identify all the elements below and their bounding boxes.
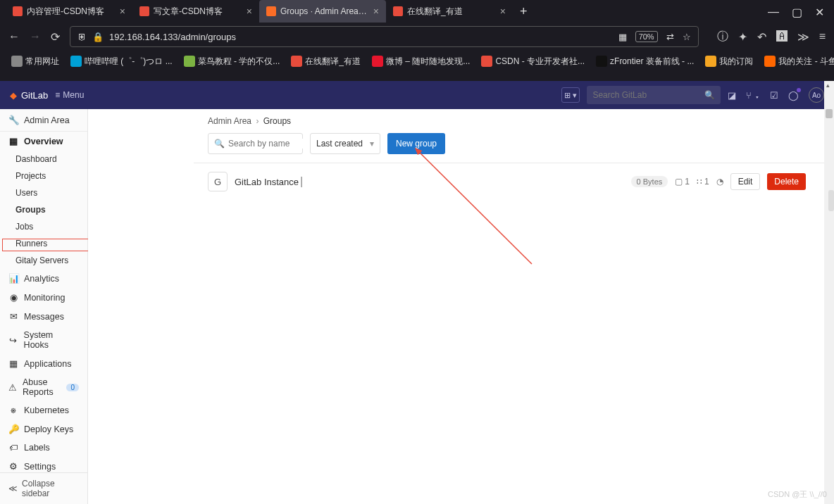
- bookmark-label: CSDN - 专业开发者社...: [495, 56, 585, 68]
- translate-icon[interactable]: ⇄: [666, 32, 674, 42]
- window-controls: — ▢ ✕: [758, 0, 834, 25]
- url-box[interactable]: ⛨ 🔒 192.168.164.133/admin/groups ▦ 70% ⇄…: [70, 26, 699, 47]
- issues-icon[interactable]: ◪: [728, 90, 736, 101]
- minimize-button[interactable]: —: [768, 6, 779, 19]
- maximize-button[interactable]: ▢: [792, 6, 802, 19]
- group-avatar: G: [208, 172, 228, 191]
- item-icon: ↪: [8, 335, 18, 346]
- sidebar-sub-groups[interactable]: Groups: [0, 201, 87, 218]
- sidebar-header[interactable]: 🔧 Admin Area: [0, 109, 87, 132]
- tab-title: Groups · Admin Area · GitLab: [280, 6, 369, 16]
- collapse-sidebar[interactable]: ≪ Collapse sidebar: [0, 472, 87, 504]
- sidebar-item-deploy-keys[interactable]: 🔑Deploy Keys: [0, 420, 87, 439]
- forward-button[interactable]: →: [30, 30, 41, 43]
- header-search[interactable]: 🔍: [587, 86, 721, 104]
- info-icon[interactable]: ⓘ: [717, 30, 728, 44]
- back-button[interactable]: ←: [8, 30, 20, 43]
- new-group-button[interactable]: New group: [387, 133, 445, 154]
- avatar[interactable]: Ao: [809, 87, 824, 103]
- browser-tab[interactable]: 写文章-CSDN博客×: [132, 0, 259, 23]
- sidebar-item-system-hooks[interactable]: ↪System Hooks: [0, 326, 87, 354]
- item-label: Applications: [24, 359, 71, 369]
- sidebar-item-applications[interactable]: ▦Applications: [0, 354, 87, 373]
- sidebar-item-kubernetes[interactable]: ⎈Kubernetes: [0, 401, 87, 420]
- bookmark-icon: [184, 56, 195, 67]
- qr-icon[interactable]: ▦: [618, 32, 627, 42]
- delete-button[interactable]: Delete: [767, 173, 806, 190]
- bookmark-item[interactable]: zFrontier 装备前线 - ...: [593, 54, 697, 69]
- sidebar-sub-jobs[interactable]: Jobs: [0, 218, 87, 235]
- tab-title: 内容管理-CSDN博客: [27, 6, 104, 18]
- scroll-up-icon[interactable]: ▴: [826, 82, 830, 89]
- menu-label: Menu: [63, 90, 84, 100]
- search-box[interactable]: 🔍: [208, 133, 303, 154]
- sidebar-item-monitoring[interactable]: ◉Monitoring: [0, 288, 87, 307]
- bookmark-item[interactable]: 我的订阅: [702, 54, 756, 69]
- item-icon: 🔑: [8, 424, 18, 434]
- bookmark-item[interactable]: 菜鸟教程 - 学的不仅...: [181, 54, 283, 69]
- bookmark-item[interactable]: 哔哩哔哩 (゜-゜)つロ ...: [68, 54, 175, 69]
- tab-bar: 内容管理-CSDN博客×写文章-CSDN博客×Groups · Admin Ar…: [0, 0, 834, 23]
- overflow-icon[interactable]: ≫: [797, 30, 809, 44]
- toolbar-icons: ⓘ ✦ ↶ 🅰 ≫ ≡: [717, 30, 826, 44]
- gitlab-header: ◆ GitLab ≡ Menu ⊞ ▾ 🔍 ◪ ⑂ ▾ ☑ ◯ Ao: [0, 81, 834, 109]
- search-icon: 🔍: [214, 139, 225, 149]
- hamburger-icon[interactable]: ≡: [819, 30, 826, 43]
- scroll-thumb[interactable]: [826, 109, 833, 118]
- sidebar-sub-runners[interactable]: Runners: [0, 235, 87, 252]
- merge-icon[interactable]: ⑂ ▾: [746, 90, 760, 101]
- item-label: Settings: [24, 462, 56, 472]
- bookmark-item[interactable]: 我的关注 - 斗鱼: [761, 54, 834, 69]
- members-stat: ∷1: [697, 177, 709, 187]
- item-label: Messages: [24, 312, 64, 322]
- sidebar-item-analytics[interactable]: 📊Analytics: [0, 269, 87, 288]
- edit-button[interactable]: Edit: [730, 173, 761, 190]
- close-icon[interactable]: ×: [500, 6, 506, 17]
- help-icon[interactable]: ◯: [788, 90, 799, 101]
- bookmark-item[interactable]: CSDN - 专业开发者社...: [478, 54, 587, 69]
- gitlab-logo[interactable]: ◆ GitLab: [10, 90, 48, 101]
- tab-favicon: [266, 6, 276, 16]
- bookmark-item[interactable]: 常用网址: [8, 54, 62, 69]
- item-label: Labels: [24, 443, 50, 453]
- sidebar-item-messages[interactable]: ✉Messages: [0, 307, 87, 326]
- sidebar-sub-dashboard[interactable]: Dashboard: [0, 151, 87, 168]
- bookmark-item[interactable]: 在线翻译_有道: [288, 54, 363, 69]
- sidebar-item-abuse-reports[interactable]: ⚠Abuse Reports0: [0, 373, 87, 401]
- close-icon[interactable]: ×: [247, 6, 252, 17]
- new-tab-button[interactable]: +: [513, 4, 535, 19]
- undo-icon[interactable]: ↶: [757, 30, 766, 44]
- bookmark-item[interactable]: 微博 – 随时随地发现...: [369, 54, 473, 69]
- bookmark-label: 在线翻译_有道: [305, 56, 361, 68]
- browser-tab[interactable]: Groups · Admin Area · GitLab×: [259, 0, 386, 23]
- close-icon[interactable]: ×: [120, 6, 125, 17]
- sidebar-sub-gitaly-servers[interactable]: Gitaly Servers: [0, 252, 87, 269]
- collapse-label: Collapse sidebar: [22, 479, 79, 498]
- browser-tab[interactable]: 在线翻译_有道×: [386, 0, 513, 23]
- translate-ext-icon[interactable]: 🅰: [776, 30, 788, 43]
- header-search-input[interactable]: [592, 90, 700, 100]
- sidebar-sub-projects[interactable]: Projects: [0, 168, 87, 184]
- sort-dropdown[interactable]: Last created ▾: [310, 133, 380, 154]
- breadcrumb-root[interactable]: Admin Area: [208, 116, 251, 126]
- extension-icon[interactable]: ✦: [738, 30, 747, 44]
- side-handle[interactable]: [828, 190, 834, 211]
- scrollbar[interactable]: ▴: [824, 81, 834, 504]
- reload-button[interactable]: ⟳: [51, 30, 60, 44]
- zoom-level[interactable]: 70%: [635, 31, 658, 42]
- star-icon[interactable]: ☆: [683, 32, 691, 42]
- browser-chrome: 内容管理-CSDN博客×写文章-CSDN博客×Groups · Admin Ar…: [0, 0, 834, 81]
- menu-button[interactable]: ≡ Menu: [55, 90, 84, 100]
- tab-favicon: [13, 6, 23, 16]
- new-dropdown[interactable]: ⊞ ▾: [561, 87, 580, 103]
- browser-tab[interactable]: 内容管理-CSDN博客×: [6, 0, 132, 23]
- group-name-link[interactable]: GitLab Instance: [235, 177, 299, 187]
- main-content: Admin Area › Groups 🔍 Last created ▾ New…: [88, 109, 834, 504]
- todo-icon[interactable]: ☑: [770, 90, 778, 101]
- sidebar-overview[interactable]: ▦ Overview: [0, 132, 87, 151]
- close-icon[interactable]: ×: [373, 6, 379, 17]
- caret-icon: |: [300, 175, 303, 188]
- close-window-button[interactable]: ✕: [815, 6, 824, 19]
- sidebar-item-labels[interactable]: 🏷Labels: [0, 439, 87, 457]
- sidebar-sub-users[interactable]: Users: [0, 184, 87, 201]
